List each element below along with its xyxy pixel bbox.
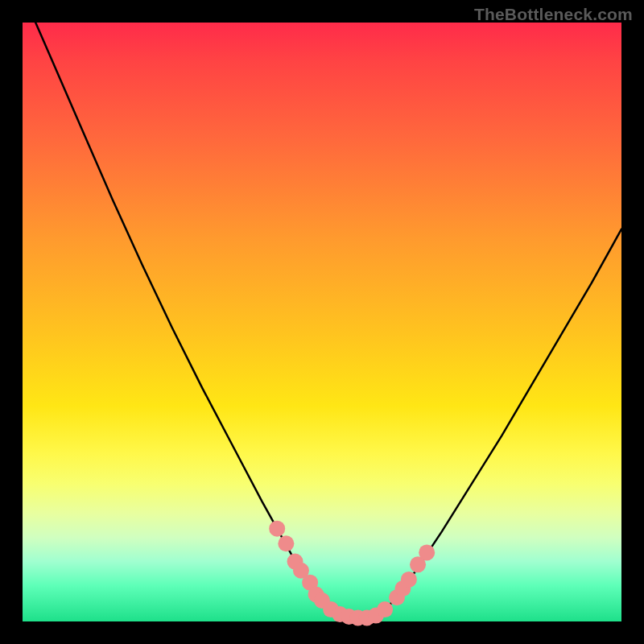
- curve-marker: [278, 535, 294, 551]
- chart-frame: TheBottleneck.com: [0, 0, 644, 644]
- chart-svg: [23, 23, 621, 621]
- curve-marker: [269, 521, 285, 537]
- curve-markers: [269, 521, 435, 626]
- curve-marker: [401, 572, 417, 588]
- plot-area: [23, 23, 621, 621]
- watermark-text: TheBottleneck.com: [474, 5, 633, 24]
- curve-marker: [377, 601, 393, 617]
- bottleneck-curve: [23, 0, 621, 618]
- curve-marker: [419, 544, 435, 560]
